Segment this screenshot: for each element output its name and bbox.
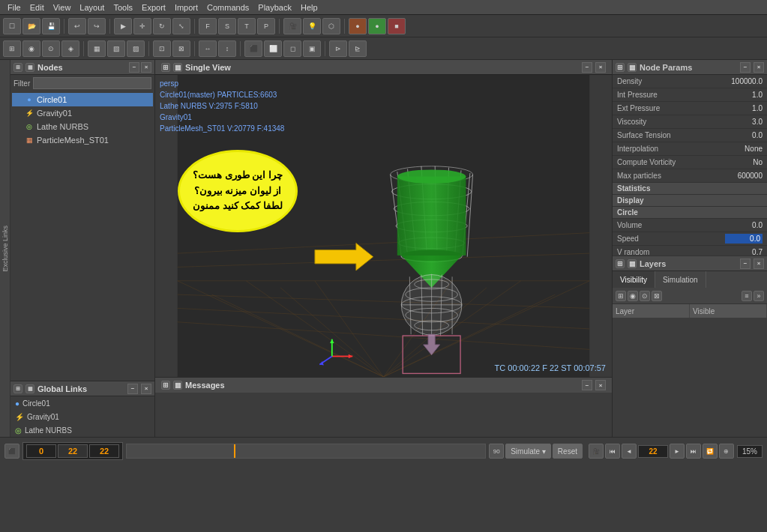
tb2-10[interactable]: ↔ <box>199 40 217 57</box>
tb2-11[interactable]: ↕ <box>218 40 236 57</box>
tb2-15[interactable]: ▣ <box>303 40 321 57</box>
menu-commands[interactable]: Commands <box>202 3 253 12</box>
param-max-particles[interactable]: Max particles 600000 <box>613 169 767 183</box>
tl-play-rev[interactable]: ⏮ <box>605 444 620 459</box>
viewport-3d[interactable]: persp Circle01(master) PARTICLES:6603 La… <box>155 75 612 377</box>
timeline-track[interactable] <box>126 444 486 459</box>
menu-import[interactable]: Import <box>170 3 202 12</box>
gl-minimize[interactable]: − <box>127 384 138 394</box>
tl-start[interactable]: 0 <box>26 444 56 458</box>
tl-mode-btn[interactable]: 90 <box>489 444 504 459</box>
layers-tb-4[interactable]: ⊠ <box>652 291 662 301</box>
tb2-5[interactable]: ▦ <box>88 40 106 57</box>
tl-end[interactable]: 22 <box>89 444 119 458</box>
tl-current[interactable]: 22 <box>58 444 88 458</box>
tb2-1[interactable]: ⊞ <box>3 40 21 57</box>
tb-preview[interactable]: ● <box>368 18 386 34</box>
tb2-17[interactable]: ⊵ <box>349 40 367 57</box>
tl-loop[interactable]: 🔁 <box>703 444 718 459</box>
tb2-14[interactable]: ◻ <box>283 40 301 57</box>
param-ext-pressure[interactable]: Ext Pressure 1.0 <box>613 102 767 115</box>
tb2-8[interactable]: ⊡ <box>153 40 171 57</box>
param-surface-tension[interactable]: Surface Tension 0.0 <box>613 129 767 142</box>
tb2-3[interactable]: ⊙ <box>42 40 60 57</box>
tb-redo[interactable]: ↪ <box>88 18 106 34</box>
tl-play-fwd[interactable]: ⏭ <box>686 444 701 459</box>
node-lathe-nurbs[interactable]: ◎ Lathe NURBS <box>12 120 153 133</box>
nodes-close[interactable]: × <box>141 62 151 73</box>
tl-frame-num[interactable]: 22 <box>638 445 668 458</box>
gl-lathe-nurbs[interactable]: ◎ Lathe NURBS <box>10 423 154 437</box>
menu-edit[interactable]: Edit <box>25 3 49 12</box>
tl-btn-1[interactable]: ⬛ <box>4 444 19 459</box>
tl-frame-back[interactable]: ◄ <box>622 444 637 459</box>
tl-zoom-btn[interactable]: ⊕ <box>719 444 734 459</box>
menu-layout[interactable]: Layout <box>75 3 109 12</box>
tb2-7[interactable]: ▨ <box>127 40 145 57</box>
gl-gravity01[interactable]: ⚡ Gravity01 <box>10 410 154 423</box>
param-v-random[interactable]: V random 0.7 <box>613 246 767 256</box>
tab-simulation[interactable]: Simulation <box>655 271 706 288</box>
tb-side[interactable]: S <box>218 18 236 34</box>
layers-tb-1[interactable]: ⊞ <box>616 291 626 301</box>
node-particlemesh[interactable]: ▦ ParticleMesh_ST01 <box>12 133 153 147</box>
gl-close[interactable]: × <box>141 384 151 394</box>
tb-scale[interactable]: ⤡ <box>172 18 190 34</box>
tb2-13[interactable]: ⬜ <box>264 40 282 57</box>
tb-new[interactable]: ☐ <box>3 18 21 34</box>
vp-close[interactable]: × <box>595 62 606 73</box>
tab-visibility[interactable]: Visibility <box>613 271 655 288</box>
tb-move[interactable]: ✛ <box>133 18 151 34</box>
tb-render[interactable]: ● <box>349 18 367 34</box>
filter-input[interactable] <box>33 77 151 89</box>
param-compute-vorticity[interactable]: Compute Vorticity No <box>613 156 767 169</box>
tb2-16[interactable]: ⊳ <box>329 40 347 57</box>
tb2-2[interactable]: ◉ <box>22 40 40 57</box>
menu-view[interactable]: View <box>49 3 76 12</box>
tb-open[interactable]: 📂 <box>22 18 40 34</box>
param-viscosity[interactable]: Viscosity 3.0 <box>613 115 767 129</box>
menu-export[interactable]: Export <box>137 3 170 12</box>
tb-select[interactable]: ▶ <box>114 18 132 34</box>
layers-minimize[interactable]: − <box>740 259 751 269</box>
param-speed[interactable]: Speed 0.0 <box>613 232 767 246</box>
param-int-pressure[interactable]: Int Pressure 1.0 <box>613 88 767 102</box>
param-volume[interactable]: Volume 0.0 <box>613 219 767 232</box>
tb-rotate[interactable]: ↻ <box>153 18 171 34</box>
tb2-12[interactable]: ⬛ <box>244 40 262 57</box>
param-interpolation[interactable]: Interpolation None <box>613 142 767 156</box>
tb-save[interactable]: 💾 <box>42 18 60 34</box>
tb2-6[interactable]: ▧ <box>107 40 125 57</box>
tl-cam-btn[interactable]: 🎥 <box>589 444 604 459</box>
msg-close[interactable]: × <box>595 380 606 390</box>
simulate-btn[interactable]: Simulate ▾ <box>505 444 551 459</box>
tb-front[interactable]: F <box>199 18 217 34</box>
node-circle01[interactable]: ● Circle01 <box>12 93 153 106</box>
menu-playback[interactable]: Playback <box>253 3 296 12</box>
tl-frame-fwd[interactable]: ► <box>670 444 685 459</box>
layers-tb-2[interactable]: ◉ <box>628 291 638 301</box>
reset-btn[interactable]: Reset <box>553 444 583 459</box>
menu-file[interactable]: File <box>3 3 25 12</box>
layers-close[interactable]: × <box>754 259 764 269</box>
msg-minimize[interactable]: − <box>582 380 592 390</box>
gl-circle01[interactable]: ● Circle01 <box>10 396 154 410</box>
nodes-minimize[interactable]: − <box>129 62 139 73</box>
tb-undo[interactable]: ↩ <box>68 18 86 34</box>
tb2-9[interactable]: ⊠ <box>172 40 190 57</box>
layers-tb-3[interactable]: ⊙ <box>640 291 650 301</box>
tb-persp[interactable]: P <box>257 18 275 34</box>
menu-tools[interactable]: Tools <box>109 3 137 12</box>
param-density[interactable]: Density 100000.0 <box>613 75 767 88</box>
layers-tb-6[interactable]: » <box>754 291 764 301</box>
tb-cam[interactable]: 🎥 <box>283 18 301 34</box>
layers-tb-5[interactable]: ≡ <box>742 291 752 301</box>
tb2-4[interactable]: ◈ <box>61 40 79 57</box>
menu-help[interactable]: Help <box>296 3 322 12</box>
node-params-scroll[interactable]: Density 100000.0 Int Pressure 1.0 Ext Pr… <box>613 75 767 256</box>
tb-light[interactable]: 💡 <box>303 18 321 34</box>
tb-mesh[interactable]: ⬡ <box>322 18 340 34</box>
tb-top[interactable]: T <box>238 18 256 34</box>
vp-minimize[interactable]: − <box>582 62 592 73</box>
np-minimize[interactable]: − <box>740 62 751 73</box>
